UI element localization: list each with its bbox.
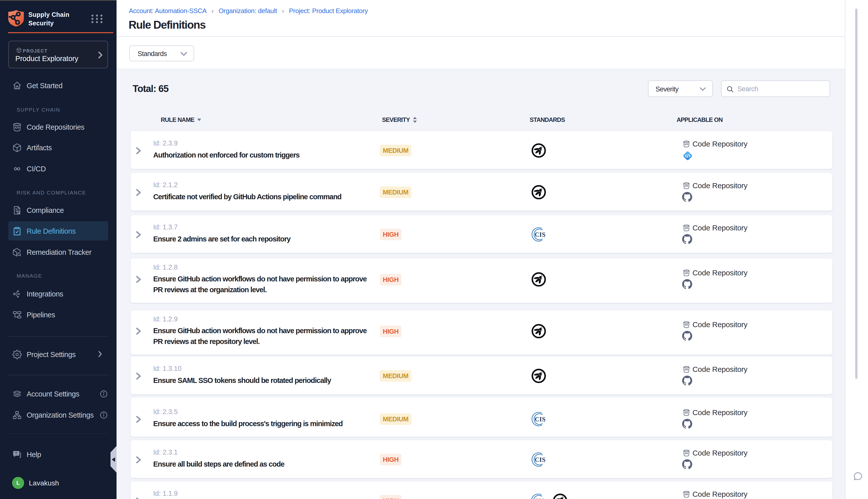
svg-text:CIS: CIS xyxy=(535,456,546,463)
svg-text:CIS: CIS xyxy=(534,498,545,499)
svg-text:?: ? xyxy=(15,451,17,455)
svg-text:CIS: CIS xyxy=(535,231,546,238)
svg-text:CIS: CIS xyxy=(535,416,546,423)
